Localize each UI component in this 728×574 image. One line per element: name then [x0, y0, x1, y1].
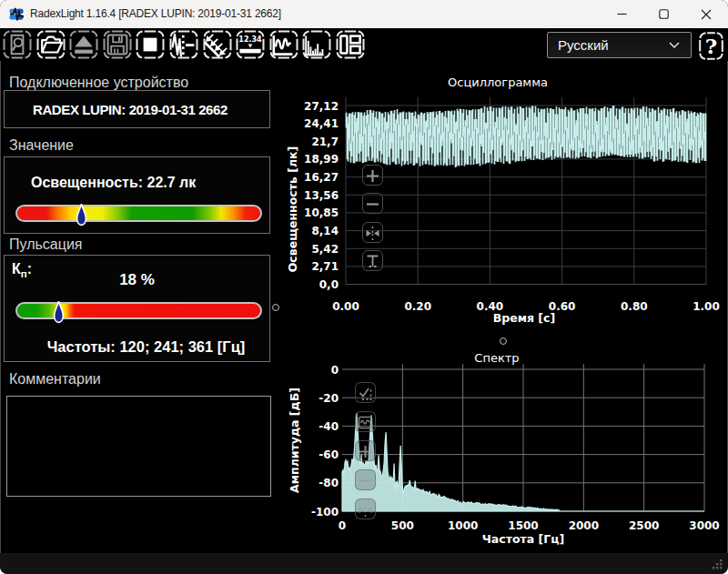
collapse-horizontal-icon — [358, 502, 373, 518]
vertical-cursor-icon — [365, 254, 380, 269]
svg-text:-20: -20 — [318, 392, 339, 405]
svg-text:0.80: 0.80 — [621, 300, 648, 313]
statusbar — [0, 553, 728, 574]
svg-text:24,41: 24,41 — [304, 117, 339, 130]
svg-text:2000: 2000 — [569, 519, 599, 532]
svg-text:18,99: 18,99 — [304, 153, 339, 166]
svg-text:500: 500 — [391, 519, 414, 532]
plus-icon — [365, 168, 380, 184]
spec-options-button[interactable] — [355, 382, 376, 403]
resize-grip-icon[interactable] — [712, 559, 723, 570]
svg-text:0: 0 — [339, 519, 346, 532]
spec-zoom-in-button[interactable] — [355, 440, 376, 461]
svg-text:1000: 1000 — [448, 519, 478, 532]
minus-icon — [358, 473, 373, 488]
svg-text:2,71: 2,71 — [311, 260, 339, 273]
osc-cursor-button[interactable] — [362, 250, 383, 271]
spectrum-title: Спектр — [474, 351, 519, 365]
oscillogram-ylabel: Освещенность [лк] — [286, 146, 299, 273]
svg-text:-60: -60 — [318, 448, 339, 461]
osc-zoom-in-button[interactable] — [362, 165, 383, 186]
osc-fit-horizontal-button[interactable] — [362, 222, 383, 243]
svg-text:1.00: 1.00 — [693, 300, 720, 313]
svg-text:10,85: 10,85 — [304, 206, 339, 219]
svg-text:3000: 3000 — [689, 519, 719, 532]
svg-text:8,14: 8,14 — [311, 225, 339, 237]
svg-text:13,56: 13,56 — [304, 189, 339, 202]
collapse-horizontal-icon — [365, 226, 380, 241]
spec-waveform-button[interactable] — [355, 411, 376, 432]
spectrum-ylabel: Амплитуда [дБ] — [288, 388, 301, 493]
svg-text:2500: 2500 — [629, 519, 659, 532]
svg-text:0: 0 — [331, 364, 339, 377]
app-window: RadexLight 1.16.4 [RADEX LUPIN: 2019-01-… — [0, 0, 728, 574]
svg-text:27,12: 27,12 — [304, 100, 339, 113]
spectrum-chart: 0-20-40-60-80-10005001000150020002500300… — [288, 351, 720, 546]
minus-icon — [365, 196, 380, 212]
svg-text:0,0: 0,0 — [319, 278, 339, 291]
spec-zoom-out-button[interactable] — [355, 469, 376, 490]
svg-text:21,7: 21,7 — [311, 136, 339, 148]
oscillogram-chart: 27,1224,4121,718,9916,2713,5610,858,145,… — [286, 76, 720, 325]
svg-text:-40: -40 — [318, 420, 339, 433]
oscillogram-xlabel: Время [с] — [493, 311, 555, 325]
plus-icon — [358, 444, 373, 459]
svg-text:0.20: 0.20 — [404, 300, 431, 313]
oscillogram-title: Осциллограмма — [448, 76, 548, 89]
osc-zoom-out-button[interactable] — [362, 193, 383, 214]
svg-text:0.00: 0.00 — [332, 300, 359, 313]
mini-waveform-icon — [358, 415, 373, 430]
svg-text:5,42: 5,42 — [311, 243, 339, 256]
check-options-icon — [358, 386, 373, 401]
svg-text:1500: 1500 — [508, 519, 538, 532]
spec-fit-horizontal-button[interactable] — [355, 498, 376, 519]
svg-text:-80: -80 — [318, 477, 339, 489]
svg-text:-100: -100 — [311, 506, 339, 519]
spectrum-xlabel: Частота [Гц] — [482, 532, 564, 546]
svg-text:16,27: 16,27 — [304, 171, 339, 184]
